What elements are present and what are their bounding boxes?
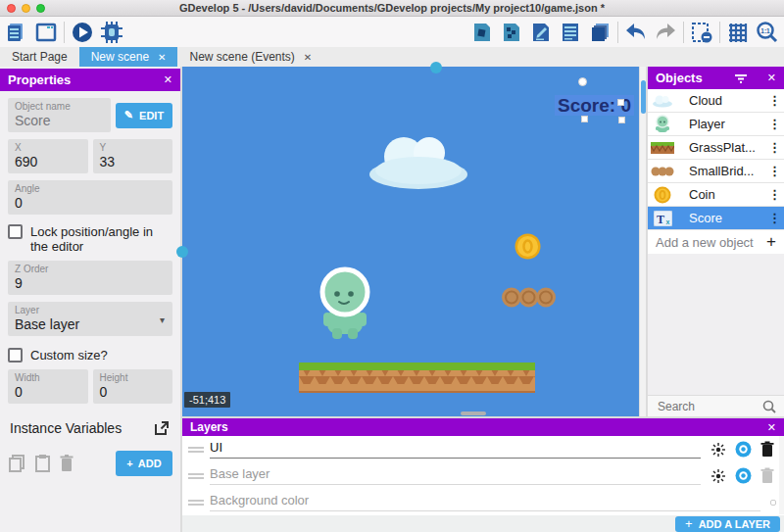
gdevelop-window: GDevelop 5 - /Users/david/Documents/GDev… bbox=[0, 0, 784, 532]
tab-new-scene-events[interactable]: New scene (Events) ✕ bbox=[177, 47, 323, 67]
rotate-handle[interactable] bbox=[578, 77, 587, 86]
layer-name-input[interactable]: UI bbox=[210, 440, 701, 459]
scrollbar-thumb[interactable] bbox=[461, 411, 486, 415]
layers-title: Layers bbox=[190, 420, 228, 434]
x-position-field[interactable]: X 690 bbox=[8, 139, 88, 173]
layer-effects-icon[interactable] bbox=[710, 442, 726, 458]
properties-title: Properties bbox=[8, 73, 71, 87]
object-menu-icon[interactable]: ⋮ bbox=[764, 93, 784, 108]
add-variable-button[interactable]: + ADD bbox=[116, 451, 172, 476]
object-name-value: Score bbox=[15, 113, 104, 128]
open-in-new-icon[interactable] bbox=[153, 419, 171, 437]
object-item-score[interactable]: Tx Score ⋮ bbox=[648, 207, 784, 230]
resize-handle-corner[interactable] bbox=[618, 117, 625, 123]
preview-window-icon[interactable] bbox=[33, 20, 59, 45]
close-objects-icon[interactable]: ✕ bbox=[767, 72, 776, 84]
zoom-icon[interactable]: 1:1 bbox=[755, 20, 780, 45]
drag-handle-icon[interactable] bbox=[188, 498, 204, 508]
object-groups-icon[interactable] bbox=[499, 20, 524, 45]
lock-position-checkbox[interactable] bbox=[8, 224, 23, 239]
object-name-field[interactable]: Object name Score bbox=[8, 98, 111, 132]
objects-editor-icon[interactable] bbox=[469, 20, 495, 45]
project-manager-icon[interactable] bbox=[4, 20, 29, 45]
undo-icon[interactable] bbox=[623, 20, 649, 45]
filter-icon[interactable] bbox=[734, 73, 748, 84]
window-mask-icon[interactable] bbox=[689, 20, 714, 45]
object-menu-icon[interactable]: ⋮ bbox=[764, 164, 784, 178]
object-item-player[interactable]: Player ⋮ bbox=[648, 113, 784, 136]
custom-size-checkbox[interactable] bbox=[8, 348, 23, 363]
layer-row-base: Base layer bbox=[182, 462, 784, 489]
layer-select-value: Base layer bbox=[15, 316, 166, 332]
play-preview-icon[interactable] bbox=[70, 20, 95, 45]
score-thumbnail: Tx bbox=[648, 211, 677, 226]
object-menu-icon[interactable]: ⋮ bbox=[764, 211, 784, 225]
close-properties-icon[interactable]: ✕ bbox=[164, 73, 172, 86]
angle-field[interactable]: Angle 0 bbox=[8, 180, 172, 215]
object-item-coin[interactable]: Coin ⋮ bbox=[648, 183, 784, 207]
canvas-vertical-scrollbar[interactable] bbox=[639, 67, 646, 416]
close-tab-icon[interactable]: ✕ bbox=[158, 52, 166, 63]
paste-icon[interactable] bbox=[33, 454, 51, 473]
player-instance[interactable] bbox=[318, 266, 371, 340]
delete-icon[interactable] bbox=[59, 454, 74, 473]
grid-icon[interactable] bbox=[725, 20, 751, 45]
tab-label: Start Page bbox=[12, 50, 68, 64]
layer-effects-icon[interactable] bbox=[710, 468, 726, 484]
coin-instance[interactable] bbox=[514, 233, 541, 260]
instances-list-icon[interactable] bbox=[558, 20, 583, 45]
drag-handle-icon[interactable] bbox=[188, 445, 204, 455]
scrollbar-thumb[interactable] bbox=[641, 80, 646, 114]
main-toolbar: 1:1 bbox=[0, 17, 784, 47]
layer-delete-icon[interactable] bbox=[760, 441, 774, 458]
player-thumbnail bbox=[648, 115, 677, 134]
layer-name-input[interactable]: Base layer bbox=[210, 466, 701, 485]
layer-select[interactable]: Layer Base layer ▾ bbox=[8, 302, 172, 336]
layers-panel: Layers ✕ UI Base layer bbox=[182, 418, 784, 532]
tab-start-page[interactable]: Start Page bbox=[0, 47, 79, 67]
resize-handle-right[interactable] bbox=[617, 99, 624, 106]
add-layer-button[interactable]: + ADD A LAYER bbox=[675, 516, 780, 532]
y-position-value: 33 bbox=[100, 154, 167, 169]
background-color-picker[interactable] bbox=[770, 500, 776, 506]
edit-object-button[interactable]: ✎ EDIT bbox=[116, 103, 172, 128]
panel-resize-dot-left[interactable] bbox=[176, 246, 188, 258]
y-position-field[interactable]: Y 33 bbox=[93, 139, 173, 173]
tab-new-scene[interactable]: New scene ✕ bbox=[79, 47, 178, 67]
background-color-label: Background color bbox=[210, 493, 760, 511]
object-item-smallbridge[interactable]: SmallBrid... ⋮ bbox=[648, 160, 784, 183]
object-menu-icon[interactable]: ⋮ bbox=[764, 187, 784, 202]
cloud-instance[interactable] bbox=[368, 131, 468, 190]
objects-search-input[interactable] bbox=[656, 399, 757, 414]
z-order-field[interactable]: Z Order 9 bbox=[8, 261, 172, 295]
scene-canvas[interactable]: Score: 0 bbox=[182, 67, 646, 416]
copy-icon[interactable] bbox=[8, 454, 25, 473]
add-new-object-button[interactable]: Add a new object + bbox=[648, 230, 784, 254]
redo-icon[interactable] bbox=[653, 20, 678, 45]
layers-editor-icon[interactable] bbox=[587, 20, 612, 45]
plus-icon: + bbox=[126, 458, 132, 469]
close-layers-icon[interactable]: ✕ bbox=[767, 421, 776, 434]
layer-visibility-icon[interactable] bbox=[735, 441, 752, 458]
height-field[interactable]: Height 0 bbox=[93, 369, 173, 404]
object-menu-icon[interactable]: ⋮ bbox=[764, 140, 784, 155]
grassplatform-instance[interactable] bbox=[299, 363, 535, 393]
debug-icon[interactable] bbox=[99, 20, 124, 45]
object-item-grassplatform[interactable]: GrassPlat... ⋮ bbox=[648, 136, 784, 160]
drag-handle-icon[interactable] bbox=[188, 471, 204, 481]
object-item-cloud[interactable]: Cloud ⋮ bbox=[648, 89, 784, 113]
pencil-icon: ✎ bbox=[124, 109, 133, 121]
titlebar: GDevelop 5 - /Users/david/Documents/GDev… bbox=[0, 0, 784, 17]
close-tab-icon[interactable]: ✕ bbox=[304, 52, 312, 63]
chevron-down-icon: ▾ bbox=[160, 314, 165, 325]
tab-label: New scene (Events) bbox=[189, 50, 294, 64]
object-menu-icon[interactable]: ⋮ bbox=[764, 117, 784, 131]
layer-visibility-icon[interactable] bbox=[735, 467, 752, 484]
panel-resize-dot-top[interactable] bbox=[430, 62, 442, 73]
scene-properties-icon[interactable] bbox=[528, 20, 554, 45]
resize-handle-bottom[interactable] bbox=[581, 116, 588, 122]
canvas-horizontal-scrollbar[interactable] bbox=[182, 411, 639, 416]
smallbridge-instance[interactable] bbox=[502, 287, 556, 308]
width-field[interactable]: Width 0 bbox=[8, 369, 88, 404]
layers-scrollbar[interactable] bbox=[779, 436, 784, 514]
